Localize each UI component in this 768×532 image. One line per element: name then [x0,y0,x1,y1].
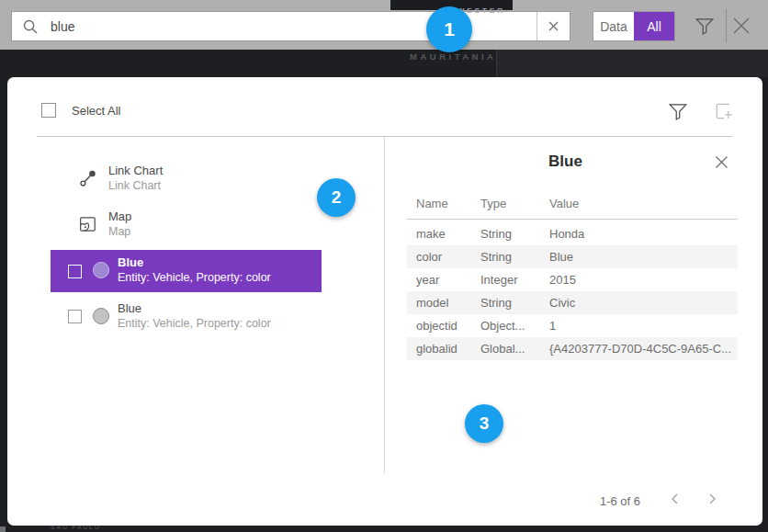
result-checkbox[interactable] [68,310,82,323]
result-subtitle: Entity: Vehicle, Property: color [118,317,271,330]
cell-name: make [416,222,446,245]
table-row: year Integer 2015 [407,268,738,291]
pagination-label: 1-6 of 6 [551,494,640,508]
map-label-mauritania: MAURITANIA [410,51,520,62]
attribute-table: Name Type Value make String Honda color … [407,193,738,219]
detail-title: Blue [407,153,724,171]
cell-name: model [416,291,448,314]
cell-name: color [416,245,442,268]
column-header-value: Value [549,197,579,210]
detail-close-icon[interactable] [715,155,731,172]
callout-badge-2: 2 [317,178,356,217]
filter-icon[interactable] [695,16,715,36]
add-to-selection-icon[interactable] [713,100,735,122]
cell-name: objectid [416,314,457,337]
map-corner-chip [0,526,6,532]
result-subtitle: Map [108,225,130,238]
cell-value: Honda [549,222,584,245]
cell-value: Civic [549,291,575,314]
result-checkbox[interactable] [68,265,82,278]
cell-name: globalid [416,337,457,360]
result-item-blue-selected[interactable]: Blue Entity: Vehicle, Property: color [51,250,322,292]
search-toolbar: Data All [0,0,768,50]
select-all-checkbox[interactable] [41,103,56,118]
table-row: model String Civic [407,291,738,314]
result-title: Blue [118,255,143,269]
table-row: globalid Global... {A4203777-D70D-4C5C-9… [407,337,738,360]
cell-name: year [416,268,439,291]
select-all-label: Select All [72,104,120,118]
search-icon [23,19,38,34]
table-header-divider [407,219,738,220]
cell-type: String [480,291,512,314]
column-header-name: Name [416,197,448,210]
result-subtitle: Link Chart [108,179,161,192]
cell-value: 2015 [549,268,576,291]
pagination-prev-icon[interactable] [669,492,685,509]
table-header-row: Name Type Value [407,193,738,219]
map-icon [79,215,97,233]
cell-value: Blue [549,245,573,268]
cell-type: Integer [480,268,517,291]
table-row: color String Blue [407,245,738,268]
entity-circle-icon [93,308,109,324]
scope-all-button[interactable]: All [634,12,674,40]
close-search-icon[interactable] [731,16,751,36]
cell-value: 1 [549,314,556,337]
search-clear-button[interactable] [536,12,570,40]
entity-circle-icon [93,262,109,278]
result-title: Blue [118,301,141,315]
panel-vertical-divider [384,137,385,473]
table-row: make String Honda [407,222,738,245]
column-header-type: Type [480,197,506,210]
result-title: Map [108,209,131,223]
callout-badge-1: 1 [426,6,472,52]
pagination-next-icon[interactable] [706,492,722,509]
scope-data-button[interactable]: Data [593,12,634,40]
search-box [11,11,570,41]
toolbar-divider [726,9,727,42]
search-scope-toggle: Data All [593,11,675,41]
result-title: Link Chart [108,164,163,177]
cell-type: Object... [480,314,525,337]
search-results-panel: Select All Link Chart Link [7,77,762,526]
callout-badge-3: 3 [465,404,503,443]
app-window: MAURITANIA SAO PAULO Data All [0,0,768,532]
cell-type: String [480,245,512,268]
cell-type: Global... [480,337,525,360]
result-subtitle: Entity: Vehicle, Property: color [118,271,271,284]
table-row: objectid Object... 1 [407,314,738,337]
cell-type: String [480,222,512,245]
map-region [496,50,768,77]
results-filter-icon[interactable] [668,101,688,121]
link-chart-icon [79,169,97,187]
cell-value: {A4203777-D70D-4C5C-9A65-C... [549,337,731,360]
